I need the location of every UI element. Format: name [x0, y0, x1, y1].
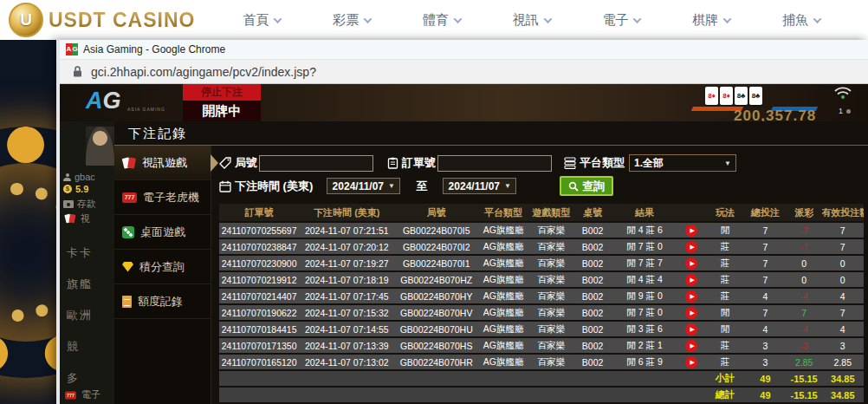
- lobby-menu-item-1[interactable]: 旗艦: [67, 277, 93, 292]
- table-row: 2411070702556972024-11-07 07:21:51GB0022…: [219, 223, 864, 238]
- window-titlebar: AG Asia Gaming - Google Chrome: [60, 40, 868, 59]
- cell-time: 2024-11-07 07:20:12: [299, 239, 394, 254]
- nav-item-3[interactable]: 視訊: [513, 12, 551, 29]
- cell-valid: 4: [822, 322, 864, 336]
- cell-round: GB00224B070I1: [394, 256, 478, 270]
- nav-item-label: 彩票: [333, 12, 359, 29]
- cell-label: 小計: [706, 371, 745, 386]
- address-bar[interactable]: gci.2hhapi.com/agingame/pcv2/index.jsp?: [60, 59, 868, 84]
- sidebar-item-label: 視訊遊戲: [142, 155, 187, 171]
- clipboard-icon: [387, 157, 398, 169]
- cell-play_btn: ▶: [677, 239, 706, 254]
- table-row: 2411070701651202024-11-07 07:13:02GB0022…: [219, 355, 864, 369]
- table-row: 2411070701844152024-11-07 07:14:55GB0022…: [219, 322, 864, 336]
- play-video-button[interactable]: ▶: [685, 225, 697, 237]
- play-video-button[interactable]: ▶: [685, 241, 697, 253]
- nav-item-6[interactable]: 捕魚: [782, 12, 820, 29]
- slot-icon: 777: [65, 391, 76, 399]
- chevron-down-icon: [364, 15, 372, 23]
- avatar: [86, 127, 114, 166]
- filter-row-1: 局號 訂單號 平台類型 1.全部: [219, 152, 864, 175]
- cell-label: 總計: [706, 388, 745, 402]
- casino-top-nav: U USDT CASINO 首頁彩票體育視訊電子棋牌捕魚: [0, 0, 868, 40]
- dialog-body: 視訊遊戲777電子老虎機桌面遊戲積分查詢額度記錄 局號 訂單號: [114, 145, 868, 404]
- cell-play: 莊: [706, 289, 745, 303]
- play-video-button[interactable]: ▶: [685, 257, 697, 270]
- cell-order: 241107070238847: [219, 239, 299, 254]
- main-nav: 首頁彩票體育視訊電子棋牌捕魚: [243, 12, 820, 29]
- sidebar-item-1[interactable]: 777電子老虎機: [114, 180, 211, 215]
- cell-order: 241107070214407: [219, 289, 299, 303]
- slots-row[interactable]: 777 電子: [63, 388, 100, 401]
- slot-icon: 777: [122, 192, 137, 203]
- sidebar-item-4[interactable]: 額度記錄: [114, 284, 211, 319]
- sidebar-item-3[interactable]: 積分查詢: [114, 250, 211, 284]
- nav-item-4[interactable]: 電子: [602, 12, 640, 29]
- sidebar-item-2[interactable]: 桌面遊戲: [114, 215, 211, 250]
- sidebar-item-0[interactable]: 視訊遊戲: [114, 146, 211, 180]
- play-video-button[interactable]: ▶: [685, 340, 697, 352]
- dealing-label: 開牌中: [183, 101, 261, 121]
- cell-play: 莊: [706, 256, 745, 270]
- cell-round: GB00224B070I2: [394, 239, 478, 254]
- casino-logo[interactable]: U USDT CASINO: [9, 3, 195, 37]
- bet-time-label-group: 下注時間 (美東): [219, 179, 313, 194]
- cell-game: 百家樂: [528, 322, 573, 336]
- cell-platform: AG旗艦廳: [478, 322, 528, 336]
- cell-platform: AG旗艦廳: [478, 305, 528, 320]
- nav-item-5[interactable]: 棋牌: [692, 12, 730, 29]
- table-body: 2411070702556972024-11-07 07:21:51GB0022…: [219, 223, 864, 402]
- cell-bet: 3: [744, 355, 786, 369]
- search-button[interactable]: 查詢: [560, 176, 613, 196]
- video-row[interactable]: 視: [63, 212, 90, 225]
- cell-play: 莊: [706, 272, 745, 287]
- cell-order: 241107070230900: [219, 256, 299, 270]
- cell-order: 241107070165120: [219, 355, 299, 369]
- play-video-button[interactable]: ▶: [685, 307, 697, 319]
- nav-item-1[interactable]: 彩票: [333, 12, 371, 29]
- date-to-select[interactable]: 2024/11/07 ▼: [443, 178, 516, 194]
- chevron-down-icon: ▼: [504, 182, 511, 190]
- play-video-button[interactable]: ▶: [685, 290, 697, 303]
- cell-bet: 7: [744, 256, 786, 270]
- cell-valid: 34.85: [822, 371, 864, 386]
- play-video-button[interactable]: ▶: [685, 274, 697, 286]
- lobby-menu-item-0[interactable]: 卡卡: [67, 245, 93, 261]
- lobby-menu-item-4[interactable]: 多: [67, 370, 80, 386]
- play-video-button[interactable]: ▶: [685, 323, 697, 336]
- order-number-label: 訂單號: [402, 155, 436, 171]
- round-number-input[interactable]: [259, 155, 373, 172]
- ag-header-strip: AG ASIA GAMING 停止下注 開牌中 8♦8♦8♣8♣ 200,357…: [60, 84, 868, 121]
- cell-game: 百家樂: [528, 305, 573, 320]
- ag-favicon-icon: AG: [66, 43, 78, 55]
- column-header: 下注時間 (美東): [299, 204, 394, 221]
- nav-item-2[interactable]: 體育: [423, 12, 461, 29]
- cell-time: 2024-11-07 07:18:19: [299, 272, 394, 287]
- date-from-select[interactable]: 2024/11/07 ▼: [327, 178, 400, 194]
- deposit-row[interactable]: 存款: [63, 198, 96, 211]
- user-icon: [63, 173, 71, 181]
- cell-bet: 7: [744, 239, 786, 254]
- table-row: 2411070702199122024-11-07 07:18:19GB0022…: [219, 272, 864, 287]
- play-video-button[interactable]: ▶: [685, 356, 697, 368]
- table-header-row: 訂單號下注時間 (美東)局號平台類型遊戲類型桌號結果玩法總投注派彩有效投注額: [219, 204, 864, 221]
- video-track-indicator[interactable]: 1: [839, 107, 851, 115]
- platform-type-label: 平台類型: [580, 155, 625, 171]
- lobby-menu-item-3[interactable]: 競: [67, 339, 80, 355]
- chevron-down-icon: [633, 15, 642, 23]
- order-number-input[interactable]: [437, 155, 552, 172]
- cell-valid: 34.85: [822, 388, 864, 402]
- cell-play_btn: ▶: [677, 223, 706, 238]
- cell-payout: -4: [787, 322, 822, 336]
- order-number-label-group: 訂單號: [387, 155, 436, 171]
- cell-time: 2024-11-07 07:17:45: [299, 289, 394, 303]
- ag-logo-subtext: ASIA GAMING: [127, 107, 165, 112]
- column-header: 訂單號: [219, 204, 299, 221]
- cell-payout: -4: [787, 289, 822, 303]
- platform-type-select[interactable]: 1.全部 ▼: [629, 154, 736, 172]
- cell-payout: 0: [787, 272, 822, 287]
- filter-row-2: 下注時間 (美東) 2024/11/07 ▼ 至 2024/11/07 ▼: [219, 175, 864, 199]
- cell-table: B002: [573, 272, 612, 287]
- nav-item-0[interactable]: 首頁: [243, 12, 281, 29]
- lobby-menu-item-2[interactable]: 歐洲: [67, 308, 93, 323]
